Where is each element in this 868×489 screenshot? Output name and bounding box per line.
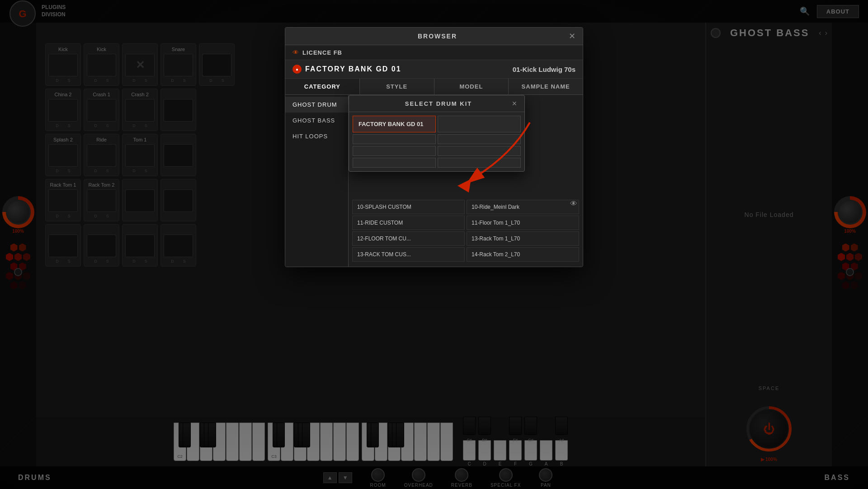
browser-tabs: CATEGORY STYLE MODEL SAMPLE NAME xyxy=(285,79,583,95)
content-cell-1-0[interactable]: 11-RIDE CUSTOM xyxy=(352,216,465,230)
content-area: SELECT DRUM KIT ✕ FACTORY BANK GD 01 xyxy=(349,95,583,267)
content-row-2: 12-FLOOR TOM CU... 13-Rack Tom 1_L70 xyxy=(352,231,579,246)
licence-icon: 👁 xyxy=(292,49,299,56)
drum-kit-title: SELECT DRUM KIT xyxy=(365,100,512,107)
content-row-1: 11-RIDE CUSTOM 11-Floor Tom 1_L70 xyxy=(352,216,579,230)
browser-header: BROWSER ✕ xyxy=(285,28,583,45)
drum-kit-item-5[interactable] xyxy=(438,146,521,156)
drum-kit-item-2[interactable] xyxy=(353,134,436,144)
content-cell-1-1[interactable]: 11-Floor Tom 1_L70 xyxy=(467,216,579,230)
browser-title: BROWSER xyxy=(306,33,569,40)
bank-icon-btn[interactable]: ● xyxy=(292,65,302,74)
content-row-3: 13-RACK TOM CUS... 14-Rack Tom 2_L70 xyxy=(352,247,579,262)
tab-model[interactable]: MODEL xyxy=(434,79,509,94)
content-cell-2-0[interactable]: 12-FLOOR TOM CU... xyxy=(352,231,465,246)
preview-icon[interactable]: 👁 xyxy=(570,200,577,208)
drum-kit-item-3[interactable] xyxy=(438,134,521,144)
content-cell-0-1[interactable]: 10-Ride_Meinl Dark xyxy=(467,200,579,214)
bank-row: ● FACTORY BANK GD 01 01-Kick Ludwig 70s xyxy=(285,60,583,79)
drum-kit-item-7[interactable] xyxy=(438,158,521,168)
bank-name-label: FACTORY BANK GD 01 xyxy=(305,65,401,73)
drum-kit-item-6[interactable] xyxy=(353,158,436,168)
bank-name-area: ● FACTORY BANK GD 01 xyxy=(292,65,401,74)
tab-style[interactable]: STYLE xyxy=(360,79,434,94)
licence-text: LICENCE FB xyxy=(302,49,342,56)
category-ghost-drum[interactable]: GHOST DRUM xyxy=(285,97,348,113)
category-ghost-bass[interactable]: GHOST BASS xyxy=(285,113,348,128)
category-list: GHOST DRUM GHOST BASS HIT LOOPS xyxy=(285,95,349,267)
content-cell-2-1[interactable]: 13-Rack Tom 1_L70 xyxy=(467,231,579,246)
category-hit-loops[interactable]: HIT LOOPS xyxy=(285,128,348,144)
drum-kit-list: FACTORY BANK GD 01 xyxy=(349,112,524,171)
browser-body: GHOST DRUM GHOST BASS HIT LOOPS SELECT D… xyxy=(285,95,583,267)
content-cell-3-0[interactable]: 13-RACK TOM CUS... xyxy=(352,247,465,262)
licence-row: 👁 LICENCE FB xyxy=(285,45,583,60)
drum-kit-popup-header: SELECT DRUM KIT ✕ xyxy=(349,95,524,112)
drum-kit-close-btn[interactable]: ✕ xyxy=(512,100,517,107)
drum-kit-item-4[interactable] xyxy=(353,146,436,156)
svg-marker-3 xyxy=(458,179,471,193)
drum-kit-popup: SELECT DRUM KIT ✕ FACTORY BANK GD 01 xyxy=(349,95,525,172)
content-cell-3-1[interactable]: 14-Rack Tom 2_L70 xyxy=(467,247,579,262)
preset-name-label: 01-Kick Ludwig 70s xyxy=(513,66,576,73)
drum-kit-item-1[interactable] xyxy=(438,116,521,132)
content-row-0: 10-SPLASH CUSTOM 10-Ride_Meinl Dark xyxy=(352,200,579,214)
browser-close-button[interactable]: ✕ xyxy=(569,32,576,40)
drum-kit-item-0[interactable]: FACTORY BANK GD 01 xyxy=(353,116,436,132)
tab-sample-name[interactable]: SAMPLE NAME xyxy=(509,79,583,94)
tab-category[interactable]: CATEGORY xyxy=(285,79,360,94)
modal-overlay: BROWSER ✕ 👁 LICENCE FB ● FACTORY BANK GD… xyxy=(0,0,868,489)
browser-modal: BROWSER ✕ 👁 LICENCE FB ● FACTORY BANK GD… xyxy=(285,27,583,267)
content-cell-0-0[interactable]: 10-SPLASH CUSTOM xyxy=(352,200,465,214)
content-rows: 10-SPLASH CUSTOM 10-Ride_Meinl Dark 11-R… xyxy=(349,196,583,267)
